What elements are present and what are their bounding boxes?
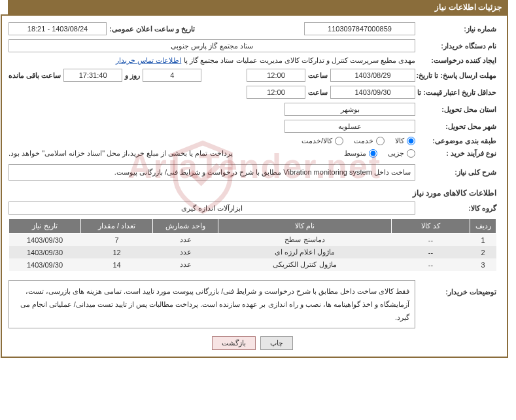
page-header: جزئیات اطلاعات نیاز xyxy=(8,0,508,14)
table-cell: 12 xyxy=(81,246,153,258)
remain-label: ساعت باقی مانده xyxy=(9,71,61,80)
print-button[interactable]: چاپ xyxy=(260,336,293,350)
category-radio-opt[interactable]: خدمت xyxy=(354,137,385,145)
contact-link[interactable]: اطلاعات تماس خریدار xyxy=(116,56,181,65)
goods-table: ردیفکد کالانام کالاواحد شمارشتعداد / مقد… xyxy=(9,219,496,271)
radio-input[interactable] xyxy=(335,137,343,145)
desc-label: شرح کلی نیاز: xyxy=(418,168,496,177)
radio-input[interactable] xyxy=(407,137,415,145)
table-cell: عدد xyxy=(153,258,218,271)
category-label: طبقه بندی موضوعی: xyxy=(418,137,496,145)
page-title: جزئیات اطلاعات نیاز xyxy=(435,3,502,12)
deadline-date-box: 1403/08/29 xyxy=(330,69,415,82)
table-cell: 1403/09/30 xyxy=(9,246,81,258)
deadline-time-box: 12:00 xyxy=(247,69,305,82)
table-header: ردیف xyxy=(470,219,496,234)
form-panel: AriaTender.net شماره نیاز: 1103097847000… xyxy=(1,14,508,358)
need-number-label: شماره نیاز: xyxy=(418,25,496,33)
radio-input[interactable] xyxy=(407,149,415,158)
device-label: نام دستگاه خریدار: xyxy=(418,42,496,50)
table-cell: 1403/09/30 xyxy=(9,234,81,247)
category-radio-opt[interactable]: کالا/خدمت xyxy=(301,137,343,145)
purchase-radio-opt[interactable]: جزیی xyxy=(388,149,415,158)
table-cell: ماژول کنترل الکتریکی xyxy=(218,258,392,271)
radio-label: خدمت xyxy=(354,137,373,145)
table-header: نام کالا xyxy=(218,219,392,234)
validity-date-box: 1403/09/30 xyxy=(330,86,415,99)
desc-box: ساخت داخل Vibration monitoring system مط… xyxy=(9,164,415,181)
table-cell: ماژول اعلام لرزه ای xyxy=(218,246,392,258)
table-header: کد کالا xyxy=(392,219,470,234)
table-cell: عدد xyxy=(153,234,218,247)
purchase-type-label: نوع فرآیند خرید : xyxy=(418,149,496,158)
city-label: شهر محل تحویل: xyxy=(418,122,496,131)
radio-label: متوسط xyxy=(344,149,366,158)
table-row: 1--دماسنج سطحعدد71403/09/30 xyxy=(9,234,496,247)
payment-note: پرداخت تمام یا بخشی از مبلغ خرید،از محل … xyxy=(9,149,233,158)
table-cell: 3 xyxy=(470,258,496,271)
hour-label-1: ساعت xyxy=(308,71,328,80)
category-radio-group: کالاخدمتکالا/خدمت xyxy=(301,137,415,145)
remain-time-box: 17:31:40 xyxy=(63,69,122,82)
table-cell: -- xyxy=(392,258,470,271)
radio-label: جزیی xyxy=(388,149,404,158)
purchase-radio-group: جزییمتوسط xyxy=(344,149,415,158)
table-row: 3--ماژول کنترل الکتریکیعدد141403/09/30 xyxy=(9,258,496,271)
announce-box: 1403/08/24 - 18:21 xyxy=(9,22,107,35)
radio-label: کالا/خدمت xyxy=(301,137,332,145)
table-header: تاریخ نیاز xyxy=(9,219,81,234)
requester-label: ایجاد کننده درخواست: xyxy=(418,56,496,65)
table-cell: 7 xyxy=(81,234,153,247)
table-row: 2--ماژول اعلام لرزه ایعدد121403/09/30 xyxy=(9,246,496,258)
purchase-radio-opt[interactable]: متوسط xyxy=(344,149,377,158)
radio-input[interactable] xyxy=(376,137,385,145)
table-cell: -- xyxy=(392,246,470,258)
days-box: 4 xyxy=(143,69,201,82)
group-box: ابزارآلات اندازه گیری xyxy=(9,201,415,215)
table-cell: 1403/09/30 xyxy=(9,258,81,271)
province-label: استان محل تحویل: xyxy=(418,105,496,114)
category-radio-opt[interactable]: کالا xyxy=(395,137,415,145)
validity-time-box: 12:00 xyxy=(247,86,305,99)
province-box: بوشهر xyxy=(284,103,415,116)
announce-label: تاریخ و ساعت اعلان عمومی: xyxy=(109,25,195,33)
device-box: ستاد مجتمع گاز پارس جنوبی xyxy=(9,39,415,52)
deadline-label: مهلت ارسال پاسخ: تا تاریخ: xyxy=(418,71,496,79)
need-number-box: 1103097847000859 xyxy=(304,22,415,35)
table-cell: عدد xyxy=(153,246,218,258)
group-label: گروه کالا: xyxy=(418,204,496,213)
table-cell: 2 xyxy=(470,246,496,258)
back-button[interactable]: بازگشت xyxy=(212,336,256,350)
days-label: روز و xyxy=(125,71,140,80)
table-header: تعداد / مقدار xyxy=(81,219,153,234)
radio-label: کالا xyxy=(395,137,404,145)
table-cell: -- xyxy=(392,234,470,247)
table-cell: دماسنج سطح xyxy=(218,234,392,247)
hour-label-2: ساعت xyxy=(308,88,328,97)
explain-box: فقط کالای ساخت داخل مطابق با شرح درخواست… xyxy=(9,280,415,328)
requester-value: مهدی مطیع سرپرست کنترل و تدارکات کالای م… xyxy=(184,56,415,65)
goods-section-title: اطلاعات کالاهای مورد نیاز xyxy=(9,188,496,198)
table-cell: 1 xyxy=(470,234,496,247)
explain-label: توضیحات خریدار: xyxy=(418,277,496,296)
radio-input[interactable] xyxy=(369,149,377,158)
city-box: عسلویه xyxy=(284,120,415,133)
table-cell: 14 xyxy=(81,258,153,271)
validity-label: حداقل تاریخ اعتبار قیمت: تا تاریخ: xyxy=(418,88,496,96)
table-header: واحد شمارش xyxy=(153,219,218,234)
